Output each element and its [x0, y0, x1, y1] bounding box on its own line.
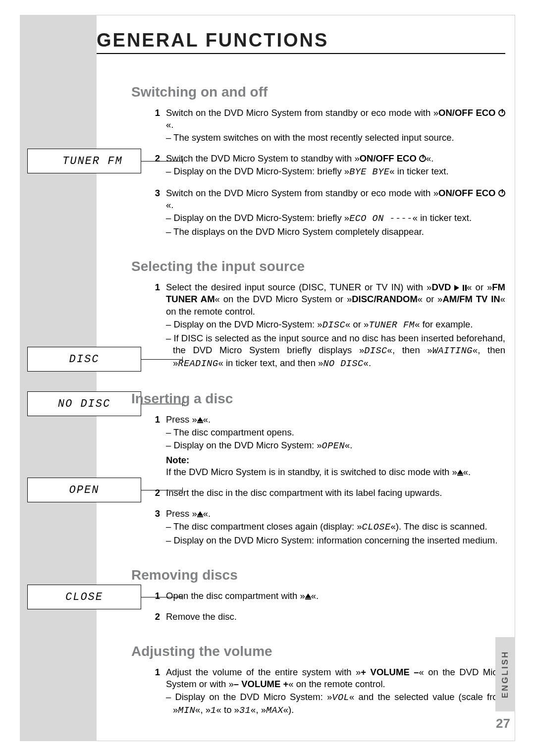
section-inserting: Inserting a disc 1 Press »«. – The disc …: [151, 391, 505, 546]
text: Remove the disc.: [166, 611, 505, 623]
power-icon: [419, 155, 426, 162]
section-switching: Switching on and off 1 Switch on the DVD…: [151, 84, 505, 238]
section-heading: Switching on and off: [131, 84, 505, 100]
text: « or »: [418, 294, 443, 304]
step-1: 1 Adjust the volume of the entire system…: [151, 666, 505, 717]
display-value: BYE BYE: [349, 167, 389, 177]
text: – Display on the DVD Micro System: »: [166, 440, 322, 450]
eject-icon: [457, 470, 463, 474]
text: «, then »: [387, 345, 432, 355]
display-value: MIN: [178, 705, 195, 716]
display-value: DISC: [364, 346, 387, 356]
display-value: 1: [211, 705, 216, 716]
display-value: OPEN: [322, 441, 345, 451]
text: – The disc compartment closes again (dis…: [166, 521, 362, 532]
step-2: 2 Insert the disc in the disc compartmen…: [151, 487, 505, 499]
eject-icon: [197, 417, 203, 422]
bold-text: DVD: [431, 282, 454, 292]
step-number: 2: [151, 611, 160, 623]
text: «.: [166, 119, 173, 130]
power-icon: [498, 109, 505, 116]
step-number: 2: [151, 487, 160, 499]
text: « on the DVD Micro System or »: [215, 294, 352, 304]
text: « for example.: [415, 319, 473, 329]
step-number: 3: [151, 187, 160, 238]
section-removing: Removing discs 1 Open the disc compartme…: [151, 567, 505, 623]
step-1: 1 Select the desired input source (DISC,…: [151, 281, 505, 370]
display-tuner-fm: TUNER FM: [27, 149, 141, 173]
step-1: 1 Open the disc compartment with »«.: [151, 590, 505, 602]
bold-text: – VOLUME +: [234, 679, 289, 689]
page-title: GENERAL FUNCTIONS: [97, 30, 328, 51]
sub-text: – The disc compartment opens.: [166, 427, 505, 438]
text: Press »: [166, 414, 197, 425]
text: «.: [345, 440, 352, 450]
display-no-disc: NO DISC: [27, 391, 141, 416]
text: «, »: [195, 704, 211, 715]
display-value: VOL: [332, 693, 349, 703]
bold-text: ON/OFF ECO: [438, 188, 498, 198]
text: Switch on the DVD Micro System from stan…: [166, 188, 438, 198]
text: « or »: [467, 282, 492, 292]
page-number: 27: [496, 716, 510, 731]
bold-text: + VOLUME –: [361, 667, 419, 677]
language-tab: ENGLISH: [495, 637, 515, 711]
display-value: ECO ON ----: [349, 214, 413, 224]
display-value: MAX: [266, 705, 283, 716]
section-selecting: Selecting the input source 1 Select the …: [151, 259, 505, 370]
display-open: OPEN: [27, 478, 141, 502]
eject-icon: [305, 594, 311, 598]
step-2: 2 Switch the DVD Micro System to standby…: [151, 153, 505, 178]
language-label: ENGLISH: [500, 650, 510, 699]
display-value: CLOSE: [362, 522, 391, 533]
text: « on the remote control.: [288, 679, 385, 689]
display-value: TUNER FM: [369, 320, 415, 330]
text: – Display on the DVD Micro-System: brief…: [166, 166, 349, 176]
text: «.: [463, 467, 471, 477]
text: Press »: [166, 508, 197, 519]
text: « in ticker text.: [413, 213, 472, 223]
pause-icon: [463, 285, 464, 291]
display-value: 31: [239, 705, 251, 716]
display-close: CLOSE: [27, 585, 141, 609]
display-text: OPEN: [69, 484, 100, 496]
play-icon: [454, 285, 459, 291]
sub-text: – The displays on the DVD Micro System c…: [166, 226, 505, 238]
text: «.: [311, 591, 319, 601]
note-label: Note:: [166, 454, 505, 466]
text: Adjust the volume of the entire system w…: [166, 667, 361, 677]
display-value: DISC: [322, 320, 345, 330]
text: «, »: [251, 704, 266, 715]
section-heading: Inserting a disc: [131, 391, 505, 407]
display-text: DISC: [69, 353, 100, 366]
step-1: 1 Switch on the DVD Micro System from st…: [151, 107, 505, 144]
text: « in ticker text.: [389, 166, 448, 176]
text: «.: [203, 508, 211, 519]
power-icon: [498, 190, 505, 197]
bold-text: ON/OFF ECO: [360, 153, 419, 163]
text: Switch the DVD Micro System to standby w…: [166, 153, 360, 163]
display-value: NO DISC: [323, 359, 363, 369]
bold-text: AM/FM TV IN: [442, 294, 500, 304]
text: « to »: [216, 704, 239, 715]
text: – Display on the DVD Micro System: »: [166, 692, 332, 702]
content-area: Switching on and off 1 Switch on the DVD…: [151, 84, 505, 738]
text: If the DVD Micro System is in standby, i…: [166, 467, 457, 477]
step-3: 3 Switch on the DVD Micro System from st…: [151, 187, 505, 238]
page-header: GENERAL FUNCTIONS ______________________…: [97, 30, 505, 54]
step-number: 1: [151, 107, 160, 144]
sidebar-gray: [20, 15, 97, 741]
text: Insert the disc in the disc compartment …: [166, 487, 505, 499]
text: «.: [203, 414, 211, 425]
sub-text: – The system switches on with the most r…: [166, 132, 505, 144]
section-heading: Removing discs: [131, 567, 505, 583]
text: Select the desired input source (DISC, T…: [166, 282, 431, 292]
text: « or »: [345, 319, 369, 329]
step-number: 1: [151, 281, 160, 370]
step-number: 3: [151, 508, 160, 546]
text: «).: [283, 704, 294, 715]
step-number: 2: [151, 153, 160, 178]
step-2: 2 Remove the disc.: [151, 611, 505, 623]
section-heading: Selecting the input source: [131, 259, 505, 274]
display-text: NO DISC: [58, 398, 110, 410]
